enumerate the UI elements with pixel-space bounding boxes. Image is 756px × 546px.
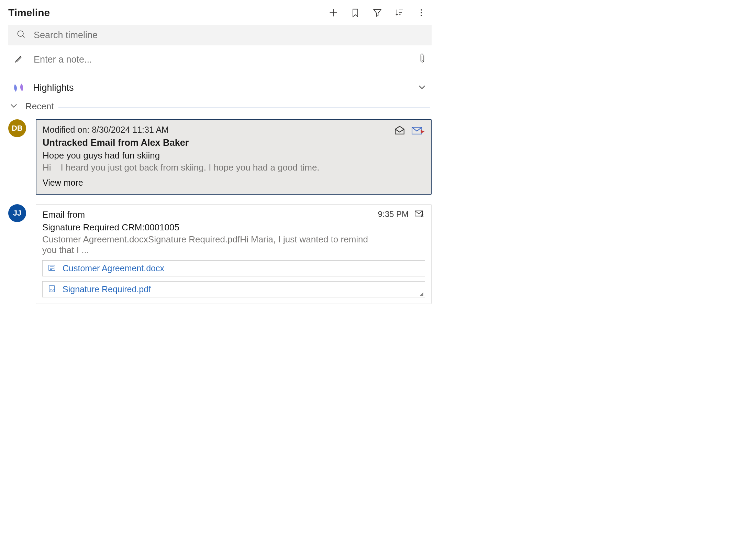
highlights-row[interactable]: Highlights: [8, 73, 432, 98]
bookmark-icon[interactable]: [351, 8, 360, 18]
svg-text:PDF: PDF: [50, 288, 55, 291]
open-email-icon[interactable]: [394, 125, 405, 139]
add-icon[interactable]: [329, 8, 338, 18]
view-more-link[interactable]: View more: [43, 178, 425, 188]
highlights-label: Highlights: [33, 83, 417, 93]
attachment-icon[interactable]: [418, 53, 427, 66]
pdf-file-icon: PDF: [47, 285, 56, 294]
avatar: DB: [8, 119, 26, 137]
item-preview: HiI heard you just got back from skiing.…: [43, 162, 394, 173]
item-preview: Customer Agreement.docxSignature Require…: [42, 234, 378, 255]
item-title: Untracked Email from Alex Baker: [43, 138, 394, 148]
item-subject: Signature Required CRM:0001005: [42, 222, 378, 233]
section-label: Recent: [23, 101, 54, 112]
sort-icon[interactable]: [394, 8, 404, 18]
svg-point-6: [421, 9, 422, 11]
attachment-row[interactable]: PDF Signature Required.pdf ◢: [42, 281, 425, 297]
filter-icon[interactable]: [373, 8, 382, 18]
more-icon[interactable]: [416, 8, 426, 18]
timeline-item[interactable]: DB Modified on: 8/30/2024 11:31 AM Untra…: [8, 119, 432, 195]
chevron-down-icon[interactable]: [417, 82, 427, 93]
item-subject: Hope you guys had fun skiing: [43, 150, 394, 161]
item-title: Email from: [42, 209, 378, 220]
timeline-item[interactable]: JJ Email from Signature Required CRM:000…: [8, 204, 432, 304]
word-file-icon: [47, 264, 56, 273]
reply-email-icon[interactable]: [411, 125, 425, 139]
copilot-icon: [12, 81, 25, 95]
page-title: Timeline: [8, 7, 329, 19]
attachment-name[interactable]: Signature Required.pdf: [63, 284, 151, 294]
modified-meta: Modified on: 8/30/2024 11:31 AM: [43, 125, 394, 135]
search-icon: [16, 30, 26, 41]
section-recent-header[interactable]: Recent: [8, 98, 432, 115]
resize-handle-icon[interactable]: ◢: [420, 291, 423, 296]
attachment-row[interactable]: Customer Agreement.docx: [42, 260, 425, 276]
svg-point-9: [18, 31, 23, 36]
section-divider: [58, 108, 430, 108]
timeline-card[interactable]: Modified on: 8/30/2024 11:31 AM Untracke…: [36, 119, 432, 195]
note-row[interactable]: [8, 45, 432, 73]
avatar: JJ: [8, 204, 26, 222]
chevron-down-icon: [9, 101, 19, 112]
pencil-icon: [14, 54, 23, 65]
svg-point-7: [421, 12, 422, 13]
attachment-name[interactable]: Customer Agreement.docx: [63, 263, 164, 273]
svg-line-10: [23, 36, 25, 38]
search-bar[interactable]: [8, 25, 432, 45]
note-input[interactable]: [34, 54, 418, 65]
svg-point-8: [421, 15, 422, 16]
timeline-card[interactable]: Email from Signature Required CRM:000100…: [36, 204, 432, 304]
email-draft-icon[interactable]: [414, 209, 425, 220]
item-time: 9:35 PM: [378, 209, 409, 219]
search-input[interactable]: [34, 30, 423, 41]
